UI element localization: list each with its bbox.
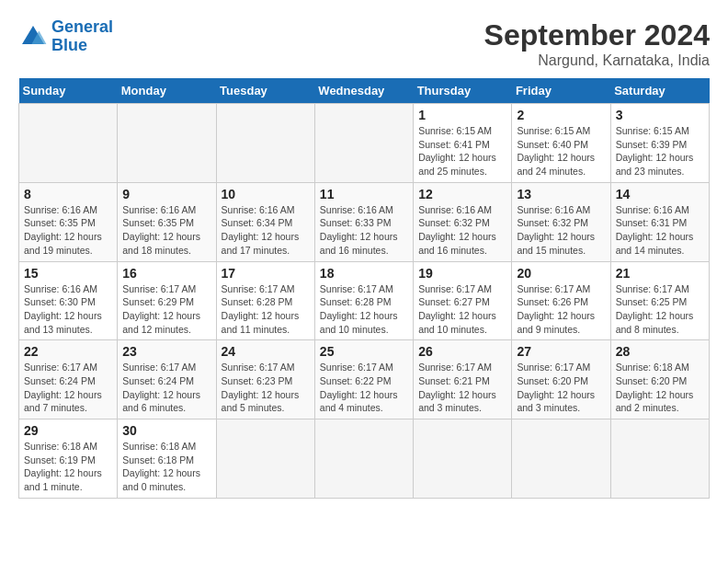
calendar-cell: 27 Sunrise: 6:17 AMSunset: 6:20 PMDaylig… bbox=[512, 340, 610, 419]
day-number: 26 bbox=[418, 344, 506, 359]
day-number: 18 bbox=[320, 266, 408, 281]
calendar-week-4: 22 Sunrise: 6:17 AMSunset: 6:24 PMDaylig… bbox=[19, 340, 710, 419]
calendar-cell: 10 Sunrise: 6:16 AMSunset: 6:34 PMDaylig… bbox=[216, 182, 314, 261]
day-number: 12 bbox=[418, 187, 506, 201]
day-info: Sunrise: 6:16 AMSunset: 6:32 PMDaylight:… bbox=[517, 204, 595, 256]
calendar-cell: 9 Sunrise: 6:16 AMSunset: 6:35 PMDayligh… bbox=[118, 182, 216, 261]
day-number: 29 bbox=[24, 423, 112, 438]
day-info: Sunrise: 6:16 AMSunset: 6:33 PMDaylight:… bbox=[320, 204, 398, 256]
logo-line2: Blue bbox=[51, 36, 87, 54]
logo-line1: General bbox=[51, 17, 113, 36]
calendar-cell: 13 Sunrise: 6:16 AMSunset: 6:32 PMDaylig… bbox=[512, 182, 610, 261]
day-number: 21 bbox=[616, 266, 704, 281]
day-info: Sunrise: 6:17 AMSunset: 6:28 PMDaylight:… bbox=[222, 283, 300, 335]
col-header-wednesday: Wednesday bbox=[314, 78, 413, 104]
calendar-cell: 1 Sunrise: 6:15 AMSunset: 6:41 PMDayligh… bbox=[414, 104, 512, 183]
day-info: Sunrise: 6:17 AMSunset: 6:27 PMDaylight:… bbox=[418, 283, 496, 335]
day-info: Sunrise: 6:16 AMSunset: 6:35 PMDaylight:… bbox=[122, 204, 200, 256]
day-info: Sunrise: 6:18 AMSunset: 6:19 PMDaylight:… bbox=[24, 441, 102, 492]
day-number: 17 bbox=[222, 266, 310, 281]
col-header-friday: Friday bbox=[512, 78, 610, 104]
day-info: Sunrise: 6:17 AMSunset: 6:23 PMDaylight:… bbox=[222, 362, 300, 413]
day-info: Sunrise: 6:17 AMSunset: 6:26 PMDaylight:… bbox=[517, 283, 595, 335]
calendar-cell: 2 Sunrise: 6:15 AMSunset: 6:40 PMDayligh… bbox=[512, 104, 610, 183]
title-area: September 2024 Nargund, Karnataka, India bbox=[484, 18, 710, 69]
calendar-table: SundayMondayTuesdayWednesdayThursdayFrid… bbox=[18, 78, 710, 499]
calendar-week-1: 1 Sunrise: 6:15 AMSunset: 6:41 PMDayligh… bbox=[19, 104, 710, 183]
calendar-cell bbox=[216, 419, 314, 499]
calendar-cell: 28 Sunrise: 6:18 AMSunset: 6:20 PMDaylig… bbox=[610, 340, 709, 419]
day-info: Sunrise: 6:18 AMSunset: 6:20 PMDaylight:… bbox=[616, 362, 694, 413]
day-number: 9 bbox=[122, 187, 210, 201]
calendar-cell: 12 Sunrise: 6:16 AMSunset: 6:32 PMDaylig… bbox=[414, 182, 512, 261]
day-number: 19 bbox=[418, 266, 506, 281]
calendar-cell: 14 Sunrise: 6:16 AMSunset: 6:31 PMDaylig… bbox=[610, 182, 709, 261]
day-number: 16 bbox=[122, 266, 210, 281]
day-info: Sunrise: 6:16 AMSunset: 6:35 PMDaylight:… bbox=[24, 204, 102, 256]
day-number: 22 bbox=[24, 344, 112, 359]
calendar-cell: 23 Sunrise: 6:17 AMSunset: 6:24 PMDaylig… bbox=[118, 340, 216, 419]
day-number: 28 bbox=[616, 344, 704, 359]
calendar-cell: 25 Sunrise: 6:17 AMSunset: 6:22 PMDaylig… bbox=[314, 340, 413, 419]
day-info: Sunrise: 6:16 AMSunset: 6:30 PMDaylight:… bbox=[24, 283, 102, 335]
day-info: Sunrise: 6:15 AMSunset: 6:41 PMDaylight:… bbox=[418, 125, 496, 177]
calendar-week-2: 8 Sunrise: 6:16 AMSunset: 6:35 PMDayligh… bbox=[19, 182, 710, 261]
calendar-cell: 17 Sunrise: 6:17 AMSunset: 6:28 PMDaylig… bbox=[216, 261, 314, 340]
col-header-sunday: Sunday bbox=[19, 78, 118, 104]
location-title: Nargund, Karnataka, India bbox=[484, 52, 710, 69]
logo-text: General Blue bbox=[51, 18, 113, 55]
calendar-cell bbox=[19, 104, 118, 183]
day-number: 10 bbox=[222, 187, 310, 201]
day-info: Sunrise: 6:17 AMSunset: 6:21 PMDaylight:… bbox=[418, 362, 496, 413]
calendar-cell: 19 Sunrise: 6:17 AMSunset: 6:27 PMDaylig… bbox=[414, 261, 512, 340]
calendar-header-row: SundayMondayTuesdayWednesdayThursdayFrid… bbox=[19, 78, 710, 104]
day-number: 30 bbox=[122, 423, 210, 438]
day-info: Sunrise: 6:16 AMSunset: 6:32 PMDaylight:… bbox=[418, 204, 496, 256]
day-number: 8 bbox=[24, 187, 112, 201]
calendar-cell: 8 Sunrise: 6:16 AMSunset: 6:35 PMDayligh… bbox=[19, 182, 118, 261]
calendar-cell: 15 Sunrise: 6:16 AMSunset: 6:30 PMDaylig… bbox=[19, 261, 118, 340]
day-number: 13 bbox=[517, 187, 605, 201]
calendar-cell: 26 Sunrise: 6:17 AMSunset: 6:21 PMDaylig… bbox=[414, 340, 512, 419]
calendar-cell: 30 Sunrise: 6:18 AMSunset: 6:18 PMDaylig… bbox=[118, 419, 216, 499]
col-header-tuesday: Tuesday bbox=[216, 78, 314, 104]
day-info: Sunrise: 6:17 AMSunset: 6:25 PMDaylight:… bbox=[616, 283, 694, 335]
calendar-cell: 20 Sunrise: 6:17 AMSunset: 6:26 PMDaylig… bbox=[512, 261, 610, 340]
calendar-cell: 11 Sunrise: 6:16 AMSunset: 6:33 PMDaylig… bbox=[314, 182, 413, 261]
month-title: September 2024 bbox=[484, 18, 710, 52]
calendar-cell bbox=[118, 104, 216, 183]
calendar-cell bbox=[314, 419, 413, 499]
calendar-cell: 24 Sunrise: 6:17 AMSunset: 6:23 PMDaylig… bbox=[216, 340, 314, 419]
day-number: 11 bbox=[320, 187, 408, 201]
calendar-cell bbox=[610, 419, 709, 499]
day-info: Sunrise: 6:15 AMSunset: 6:40 PMDaylight:… bbox=[517, 125, 595, 177]
day-number: 2 bbox=[517, 108, 605, 122]
day-number: 25 bbox=[320, 344, 408, 359]
day-info: Sunrise: 6:17 AMSunset: 6:29 PMDaylight:… bbox=[122, 283, 200, 335]
day-info: Sunrise: 6:16 AMSunset: 6:34 PMDaylight:… bbox=[222, 204, 300, 256]
calendar-cell bbox=[512, 419, 610, 499]
calendar-cell: 18 Sunrise: 6:17 AMSunset: 6:28 PMDaylig… bbox=[314, 261, 413, 340]
col-header-monday: Monday bbox=[118, 78, 216, 104]
calendar-cell bbox=[216, 104, 314, 183]
calendar-cell bbox=[414, 419, 512, 499]
day-info: Sunrise: 6:17 AMSunset: 6:22 PMDaylight:… bbox=[320, 362, 398, 413]
col-header-saturday: Saturday bbox=[610, 78, 709, 104]
calendar-cell: 21 Sunrise: 6:17 AMSunset: 6:25 PMDaylig… bbox=[610, 261, 709, 340]
day-info: Sunrise: 6:18 AMSunset: 6:18 PMDaylight:… bbox=[122, 441, 200, 492]
day-info: Sunrise: 6:17 AMSunset: 6:24 PMDaylight:… bbox=[122, 362, 200, 413]
day-number: 23 bbox=[122, 344, 210, 359]
day-info: Sunrise: 6:17 AMSunset: 6:20 PMDaylight:… bbox=[517, 362, 595, 413]
page-header: General Blue September 2024 Nargund, Kar… bbox=[18, 18, 710, 69]
day-number: 1 bbox=[418, 108, 506, 122]
day-info: Sunrise: 6:17 AMSunset: 6:24 PMDaylight:… bbox=[24, 362, 102, 413]
day-number: 27 bbox=[517, 344, 605, 359]
day-number: 20 bbox=[517, 266, 605, 281]
col-header-thursday: Thursday bbox=[414, 78, 512, 104]
day-info: Sunrise: 6:16 AMSunset: 6:31 PMDaylight:… bbox=[616, 204, 694, 256]
day-number: 15 bbox=[24, 266, 112, 281]
day-number: 14 bbox=[616, 187, 704, 201]
day-info: Sunrise: 6:17 AMSunset: 6:28 PMDaylight:… bbox=[320, 283, 398, 335]
calendar-cell: 22 Sunrise: 6:17 AMSunset: 6:24 PMDaylig… bbox=[19, 340, 118, 419]
calendar-cell: 16 Sunrise: 6:17 AMSunset: 6:29 PMDaylig… bbox=[118, 261, 216, 340]
